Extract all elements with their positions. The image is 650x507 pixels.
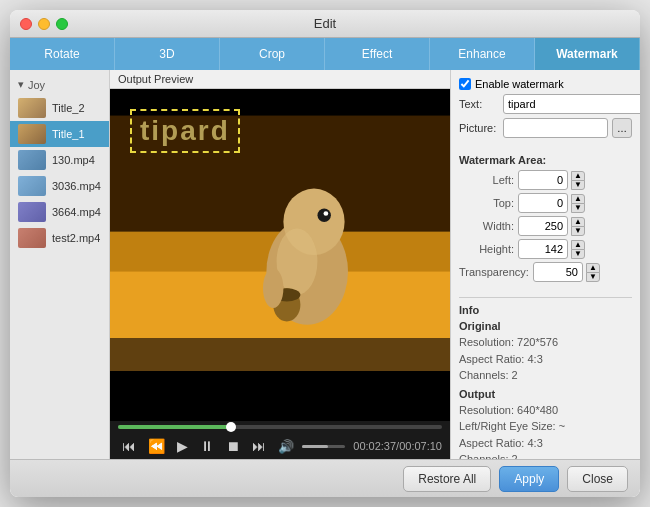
tab-effect[interactable]: Effect <box>325 38 430 70</box>
left-down-arrow[interactable]: ▼ <box>571 180 585 190</box>
black-bar-bottom <box>110 371 450 421</box>
thumb-test2 <box>18 228 46 248</box>
sidebar-item-title2[interactable]: Title_2 <box>10 95 109 121</box>
rewind-button[interactable]: ⏪ <box>144 437 169 455</box>
output-channels: Channels: 2 <box>459 451 632 459</box>
sidebar-item-title1[interactable]: Title_1 <box>10 121 109 147</box>
item-label-130: 130.mp4 <box>52 154 95 166</box>
restore-all-button[interactable]: Restore All <box>403 466 491 492</box>
thumb-3036 <box>18 176 46 196</box>
collapse-icon: ▾ <box>18 78 24 91</box>
top-spinner: ▲ ▼ <box>571 194 585 213</box>
enable-watermark-row: Enable watermark <box>459 78 632 90</box>
progress-track[interactable] <box>118 425 442 429</box>
prev-button[interactable]: ⏮ <box>118 437 140 455</box>
top-input[interactable] <box>518 193 568 213</box>
volume-icon: 🔊 <box>278 439 294 454</box>
tab-rotate[interactable]: Rotate <box>10 38 115 70</box>
original-resolution: Resolution: 720*576 <box>459 334 632 351</box>
tab-3d[interactable]: 3D <box>115 38 220 70</box>
tab-watermark[interactable]: Watermark <box>535 38 640 70</box>
height-down-arrow[interactable]: ▼ <box>571 249 585 259</box>
height-label: Height: <box>459 243 514 255</box>
transparency-label: Transparency: <box>459 266 529 278</box>
thumb-title2 <box>18 98 46 118</box>
thumb-130 <box>18 150 46 170</box>
output-resolution: Resolution: 640*480 <box>459 402 632 419</box>
play-button[interactable]: ▶ <box>173 437 192 455</box>
right-panel: Enable watermark Text: T ⊞ Picture: <box>450 70 640 459</box>
sidebar: ▾ Joy Title_2 Title_1 130.mp4 3036.mp4 <box>10 70 110 459</box>
next-button[interactable]: ⏭ <box>248 437 270 455</box>
svg-point-6 <box>317 208 330 221</box>
transparency-input[interactable] <box>533 262 583 282</box>
time-total: 00:07:10 <box>399 440 442 452</box>
maximize-window-button[interactable] <box>56 18 68 30</box>
video-scene: tipard <box>110 89 450 421</box>
watermark-overlay[interactable]: tipard <box>130 109 240 153</box>
bottom-bar: Restore All Apply Close <box>10 459 640 497</box>
watermark-text: tipard <box>140 115 230 146</box>
top-down-arrow[interactable]: ▼ <box>571 203 585 213</box>
sidebar-item-test2[interactable]: test2.mp4 <box>10 225 109 251</box>
window-title: Edit <box>314 16 336 31</box>
volume-fill <box>302 445 328 448</box>
info-section: Info Original Resolution: 720*576 Aspect… <box>459 297 632 459</box>
apply-button[interactable]: Apply <box>499 466 559 492</box>
svg-point-7 <box>324 211 329 216</box>
width-label: Width: <box>459 220 514 232</box>
preview-label: Output Preview <box>110 70 450 89</box>
width-spinner: ▲ ▼ <box>571 217 585 236</box>
watermark-area-title: Watermark Area: <box>459 154 632 166</box>
title-bar: Edit <box>10 10 640 38</box>
progress-fill <box>118 425 231 429</box>
time-display: 00:02:37/00:07:10 <box>353 440 442 452</box>
minimize-window-button[interactable] <box>38 18 50 30</box>
sidebar-item-130[interactable]: 130.mp4 <box>10 147 109 173</box>
volume-track[interactable] <box>302 445 345 448</box>
time-current: 00:02:37 <box>353 440 396 452</box>
item-label-title1: Title_1 <box>52 128 85 140</box>
enable-watermark-label: Enable watermark <box>475 78 564 90</box>
tab-enhance[interactable]: Enhance <box>430 38 535 70</box>
output-aspect: Aspect Ratio: 4:3 <box>459 435 632 452</box>
progress-thumb[interactable] <box>226 422 236 432</box>
enable-watermark-checkbox[interactable] <box>459 78 471 90</box>
output-eye-size: Left/Right Eye Size: ~ <box>459 418 632 435</box>
left-spinner: ▲ ▼ <box>571 171 585 190</box>
picture-input[interactable] <box>503 118 608 138</box>
window-controls <box>20 18 68 30</box>
text-field-row: Text: T ⊞ <box>459 94 632 114</box>
original-aspect: Aspect Ratio: 4:3 <box>459 351 632 368</box>
height-input[interactable] <box>518 239 568 259</box>
toolbar: Rotate 3D Crop Effect Enhance Watermark <box>10 38 640 70</box>
item-label-3664: 3664.mp4 <box>52 206 101 218</box>
left-row: Left: ▲ ▼ <box>459 170 632 190</box>
transparency-spinner: ▲ ▼ <box>586 263 600 282</box>
width-row: Width: ▲ ▼ <box>459 216 632 236</box>
info-title: Info <box>459 304 632 316</box>
close-dialog-button[interactable]: Close <box>567 466 628 492</box>
sidebar-item-3036[interactable]: 3036.mp4 <box>10 173 109 199</box>
tab-crop[interactable]: Crop <box>220 38 325 70</box>
sidebar-group-joy: ▾ Joy <box>10 74 109 95</box>
picture-browse-button[interactable]: … <box>612 118 632 138</box>
top-row: Top: ▲ ▼ <box>459 193 632 213</box>
trans-down-arrow[interactable]: ▼ <box>586 272 600 282</box>
width-input[interactable] <box>518 216 568 236</box>
original-channels: Channels: 2 <box>459 367 632 384</box>
item-label-title2: Title_2 <box>52 102 85 114</box>
width-down-arrow[interactable]: ▼ <box>571 226 585 236</box>
stop-button[interactable]: ⏹ <box>222 437 244 455</box>
video-container: tipard <box>110 89 450 421</box>
enable-watermark-section: Enable watermark Text: T ⊞ Picture: <box>459 78 632 142</box>
pause-button[interactable]: ⏸ <box>196 437 218 455</box>
height-row: Height: ▲ ▼ <box>459 239 632 259</box>
sidebar-item-3664[interactable]: 3664.mp4 <box>10 199 109 225</box>
group-label: Joy <box>28 79 45 91</box>
left-input[interactable] <box>518 170 568 190</box>
close-window-button[interactable] <box>20 18 32 30</box>
text-input[interactable] <box>503 94 640 114</box>
output-label: Output <box>459 388 632 400</box>
watermark-area-section: Watermark Area: Left: ▲ ▼ Top: ▲ ▼ <box>459 150 632 285</box>
